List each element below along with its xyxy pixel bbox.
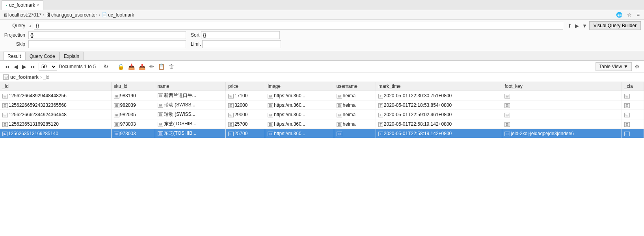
col-header-mark_time[interactable]: mark_time (376, 82, 502, 91)
cell-foot_key: ⊞ (502, 119, 622, 129)
col-header-cla[interactable]: _cla (622, 82, 644, 91)
cell-_cla: ⊞ (622, 100, 644, 110)
skip-input[interactable] (28, 40, 186, 48)
toolbar-separator-2 (113, 63, 113, 70)
cell-mark_time: T2020-05-01T22:58:19.142+0800 (376, 119, 502, 129)
table-row[interactable]: ⊞1256226662344924364648⊞982035⊞瑞动 (SWISS… (0, 110, 644, 119)
table-header-row: _id sku_id name price image username mar… (0, 82, 644, 91)
main-tab[interactable]: ▪ uc_footmark × (2, 0, 43, 10)
query-export-icon[interactable]: ⬆ (566, 22, 573, 29)
cell-_cla: ⊞ (622, 119, 644, 129)
cell-sku_id: ⊞982039 (111, 100, 155, 110)
star-icon[interactable]: ☆ (626, 11, 633, 18)
breadcrumb-server[interactable]: localhost:27017 (8, 12, 41, 18)
export-btn[interactable]: 📤 (138, 63, 147, 71)
breadcrumb-right-icons: 🌐 ☆ ≡ (615, 11, 641, 18)
breadcrumb-db[interactable]: changgou_usercenter (51, 12, 97, 18)
vqb-button[interactable]: Visual Query Builder (589, 21, 641, 30)
prev-page-btn[interactable]: ◀ (13, 63, 19, 71)
cell-image: ⊞https://m.360... (265, 91, 334, 100)
tab-close-icon[interactable]: × (37, 3, 39, 7)
cell-price: ⊞29000 (225, 110, 265, 119)
tab-result[interactable]: Result (3, 52, 25, 60)
cell-foot_key: ⊞ (502, 100, 622, 110)
edit-btn[interactable]: ✏ (148, 63, 155, 71)
col-header-foot_key[interactable]: foot_key (502, 82, 622, 91)
view-select[interactable]: Table View ▼ (596, 62, 632, 71)
tab-query-code[interactable]: Query Code (25, 52, 60, 60)
col-header-price[interactable]: price (225, 82, 265, 91)
table-row[interactable]: ▶1256263513169285140⊞973003⊞东芝(TOSHIB...… (0, 129, 644, 138)
cell-sku_id: ⊞973003 (111, 129, 155, 138)
breadcrumb-sep2: › (99, 12, 100, 18)
tab-explain[interactable]: Explain (60, 52, 84, 60)
table-row[interactable]: ⊞1256236513169285120⊞973003⊞东芝(TOSHIB...… (0, 119, 644, 129)
menu-icon[interactable]: ≡ (635, 11, 641, 18)
tab-label: uc_footmark (9, 2, 35, 8)
skip-label: Skip (3, 41, 27, 47)
delete-btn[interactable]: 🗑 (168, 63, 175, 71)
copy-btn[interactable]: 📋 (157, 63, 166, 71)
query-run-dropdown[interactable]: ▼ (581, 22, 588, 29)
refresh-btn[interactable]: ↻ (102, 63, 110, 71)
cell-image: ⊞https://m.360... (265, 119, 334, 129)
cell-name: ⊞东芝(TOSHIB... (155, 129, 225, 138)
col-header-username[interactable]: username (334, 82, 376, 91)
limit-input[interactable] (202, 40, 281, 48)
last-page-btn[interactable]: ⏭ (29, 63, 37, 71)
cell-username: ⊞heima (334, 110, 376, 119)
query-label: Query (3, 23, 27, 28)
toolbar-separator-1 (99, 63, 99, 70)
cell-name: ⊞瑞动 (SWISS... (155, 100, 225, 110)
table-row[interactable]: ⊞1256226659243232365568⊞982039⊞瑞动 (SWISS… (0, 100, 644, 110)
query-form: Query ▲ ⬆ ▶ ▼ Visual Query Builder Proje… (0, 20, 644, 51)
import-btn[interactable]: 📥 (127, 63, 136, 71)
query-run-btn[interactable]: ▶ (574, 22, 580, 29)
cell-sku_id: ⊞973003 (111, 119, 155, 129)
cell-_cla: ⊞ (622, 129, 644, 138)
query-input[interactable] (34, 22, 563, 30)
collection-header: ⊞ uc_footmark › _id (0, 72, 644, 82)
settings-icon[interactable]: ⚙ (633, 63, 641, 71)
toolbar-right: Table View ▼ ⚙ (596, 62, 641, 71)
projection-input[interactable] (28, 31, 186, 39)
breadcrumb-db-icon: 🗄 (46, 13, 50, 17)
cell-name: ⊞瑞动 (SWISS... (155, 110, 225, 119)
breadcrumb-sep1: › (43, 12, 45, 18)
cell-price: ⊞25700 (225, 129, 265, 138)
next-page-btn[interactable]: ▶ (21, 63, 28, 71)
first-page-btn[interactable]: ⏮ (3, 63, 11, 71)
add-doc-btn[interactable]: 🔒 (116, 63, 125, 71)
view-dropdown-icon: ▼ (624, 64, 628, 69)
cell-foot_key: ⊞jeid-2kdj-jeidaqpejde3jdndee6 (502, 129, 622, 138)
query-sort-icon: ▲ (28, 24, 32, 28)
cell-mark_time: T2020-05-01T22:58:19.142+0800 (376, 129, 502, 138)
cell-_id: ⊞1256226659243232365568 (0, 100, 111, 110)
data-table: _id sku_id name price image username mar… (0, 82, 644, 138)
breadcrumb-collection[interactable]: uc_footmark (108, 12, 134, 18)
col-header-sku_id[interactable]: sku_id (111, 82, 155, 91)
cell-username: ⊞heima (334, 119, 376, 129)
result-tabs: Result Query Code Explain (0, 51, 644, 61)
sort-input[interactable] (201, 31, 280, 39)
globe-icon[interactable]: 🌐 (615, 11, 624, 18)
cell-_id: ▶1256263513169285140 (0, 129, 111, 138)
sort-indicator: › _id (40, 74, 49, 80)
col-header-id[interactable]: _id (0, 82, 111, 91)
cell-price: ⊞17100 (225, 91, 265, 100)
cell-username: ⊞heima (334, 100, 376, 110)
result-toolbar: ⏮ ◀ ▶ ⏭ 10 25 50 100 250 Documents 1 to … (0, 61, 644, 72)
cell-foot_key: ⊞ (502, 110, 622, 119)
docs-info: Documents 1 to 5 (59, 64, 96, 69)
cell-username: ⊞ (334, 129, 376, 138)
collection-type-badge: ⊞ (3, 74, 9, 80)
cell-price: ⊞32000 (225, 100, 265, 110)
query-actions: ⬆ ▶ ▼ Visual Query Builder (566, 21, 641, 30)
cell-name: ⊞东芝(TOSHIB... (155, 119, 225, 129)
col-header-image[interactable]: image (265, 82, 334, 91)
col-header-name[interactable]: name (155, 82, 225, 91)
cell-image: ⊞https://m.360... (265, 110, 334, 119)
page-size-select[interactable]: 10 25 50 100 250 (39, 63, 57, 71)
cell-sku_id: ⊞983190 (111, 91, 155, 100)
table-row[interactable]: ⊞1256226648929448448256⊞983190⊞新西兰进口牛...… (0, 91, 644, 100)
